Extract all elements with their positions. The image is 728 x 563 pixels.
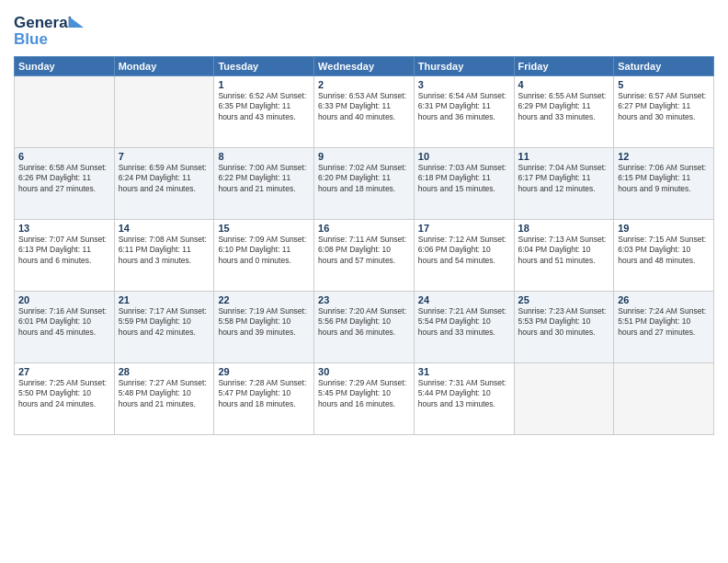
day-info: Sunrise: 7:11 AM Sunset: 6:08 PM Dayligh… — [318, 235, 410, 266]
logo: General Blue — [14, 9, 87, 51]
calendar-cell: 18Sunrise: 7:13 AM Sunset: 6:04 PM Dayli… — [514, 220, 614, 292]
day-number: 1 — [218, 79, 310, 90]
day-info: Sunrise: 7:27 AM Sunset: 5:48 PM Dayligh… — [119, 378, 210, 409]
day-number: 18 — [518, 223, 610, 234]
calendar-cell: 17Sunrise: 7:12 AM Sunset: 6:06 PM Dayli… — [414, 220, 514, 292]
day-info: Sunrise: 7:23 AM Sunset: 5:53 PM Dayligh… — [518, 306, 610, 338]
day-number: 5 — [618, 79, 710, 90]
svg-text:Blue: Blue — [14, 30, 48, 48]
logo-svg: General Blue — [14, 9, 87, 51]
day-info: Sunrise: 7:24 AM Sunset: 5:51 PM Dayligh… — [618, 306, 710, 338]
day-number: 4 — [518, 79, 610, 90]
day-number: 19 — [618, 223, 710, 234]
weekday-wednesday: Wednesday — [314, 57, 415, 76]
day-info: Sunrise: 6:59 AM Sunset: 6:24 PM Dayligh… — [119, 163, 210, 194]
calendar-cell: 20Sunrise: 7:16 AM Sunset: 6:01 PM Dayli… — [15, 292, 115, 363]
calendar-cell: 12Sunrise: 7:06 AM Sunset: 6:15 PM Dayli… — [614, 148, 714, 220]
day-number: 26 — [618, 294, 710, 305]
day-info: Sunrise: 7:03 AM Sunset: 6:18 PM Dayligh… — [418, 163, 510, 194]
day-info: Sunrise: 7:29 AM Sunset: 5:45 PM Dayligh… — [318, 378, 410, 409]
day-number: 8 — [218, 151, 310, 162]
calendar-cell: 19Sunrise: 7:15 AM Sunset: 6:03 PM Dayli… — [614, 220, 714, 292]
day-number: 6 — [18, 151, 110, 162]
calendar-week-4: 20Sunrise: 7:16 AM Sunset: 6:01 PM Dayli… — [15, 292, 714, 363]
day-info: Sunrise: 7:08 AM Sunset: 6:11 PM Dayligh… — [119, 235, 210, 266]
calendar-cell: 29Sunrise: 7:28 AM Sunset: 5:47 PM Dayli… — [214, 363, 314, 435]
day-number: 22 — [218, 294, 310, 305]
calendar-week-3: 13Sunrise: 7:07 AM Sunset: 6:13 PM Dayli… — [15, 220, 714, 292]
main-container: General Blue SundayMondayTuesdayWednesda… — [0, 0, 728, 440]
day-info: Sunrise: 7:04 AM Sunset: 6:17 PM Dayligh… — [518, 163, 610, 194]
calendar-cell — [514, 363, 614, 435]
day-info: Sunrise: 7:12 AM Sunset: 6:06 PM Dayligh… — [418, 235, 510, 266]
weekday-tuesday: Tuesday — [214, 57, 314, 76]
calendar-cell: 15Sunrise: 7:09 AM Sunset: 6:10 PM Dayli… — [214, 220, 314, 292]
day-info: Sunrise: 7:25 AM Sunset: 5:50 PM Dayligh… — [18, 378, 110, 409]
calendar-cell: 24Sunrise: 7:21 AM Sunset: 5:54 PM Dayli… — [414, 292, 514, 363]
day-number: 2 — [318, 79, 410, 90]
calendar-week-1: 1Sunrise: 6:52 AM Sunset: 6:35 PM Daylig… — [15, 76, 714, 148]
day-number: 31 — [418, 366, 510, 377]
day-info: Sunrise: 7:17 AM Sunset: 5:59 PM Dayligh… — [119, 306, 210, 338]
calendar-cell: 8Sunrise: 7:00 AM Sunset: 6:22 PM Daylig… — [214, 148, 314, 220]
calendar-cell: 5Sunrise: 6:57 AM Sunset: 6:27 PM Daylig… — [614, 76, 714, 148]
calendar-cell: 1Sunrise: 6:52 AM Sunset: 6:35 PM Daylig… — [214, 76, 314, 148]
day-number: 30 — [318, 366, 410, 377]
calendar-cell — [614, 363, 714, 435]
calendar-cell: 14Sunrise: 7:08 AM Sunset: 6:11 PM Dayli… — [114, 220, 214, 292]
calendar-table: SundayMondayTuesdayWednesdayThursdayFrid… — [14, 56, 714, 435]
day-number: 29 — [218, 366, 310, 377]
day-number: 10 — [418, 151, 510, 162]
day-info: Sunrise: 7:20 AM Sunset: 5:56 PM Dayligh… — [318, 306, 410, 338]
day-number: 28 — [119, 366, 210, 377]
header: General Blue — [14, 9, 714, 51]
calendar-cell: 10Sunrise: 7:03 AM Sunset: 6:18 PM Dayli… — [414, 148, 514, 220]
calendar-cell: 3Sunrise: 6:54 AM Sunset: 6:31 PM Daylig… — [414, 76, 514, 148]
day-info: Sunrise: 7:31 AM Sunset: 5:44 PM Dayligh… — [418, 378, 510, 409]
day-number: 16 — [318, 223, 410, 234]
day-info: Sunrise: 6:58 AM Sunset: 6:26 PM Dayligh… — [18, 163, 110, 194]
day-number: 9 — [318, 151, 410, 162]
calendar-cell: 9Sunrise: 7:02 AM Sunset: 6:20 PM Daylig… — [314, 148, 415, 220]
weekday-header-row: SundayMondayTuesdayWednesdayThursdayFrid… — [15, 57, 714, 76]
calendar-cell: 6Sunrise: 6:58 AM Sunset: 6:26 PM Daylig… — [15, 148, 115, 220]
day-number: 21 — [119, 294, 210, 305]
calendar-cell: 22Sunrise: 7:19 AM Sunset: 5:58 PM Dayli… — [214, 292, 314, 363]
calendar-cell: 21Sunrise: 7:17 AM Sunset: 5:59 PM Dayli… — [114, 292, 214, 363]
calendar-cell: 25Sunrise: 7:23 AM Sunset: 5:53 PM Dayli… — [514, 292, 614, 363]
calendar-week-5: 27Sunrise: 7:25 AM Sunset: 5:50 PM Dayli… — [15, 363, 714, 435]
weekday-saturday: Saturday — [614, 57, 714, 76]
day-info: Sunrise: 6:54 AM Sunset: 6:31 PM Dayligh… — [418, 91, 510, 122]
day-info: Sunrise: 7:19 AM Sunset: 5:58 PM Dayligh… — [218, 306, 310, 338]
day-number: 20 — [18, 294, 110, 305]
day-number: 15 — [218, 223, 310, 234]
weekday-thursday: Thursday — [414, 57, 514, 76]
day-info: Sunrise: 7:06 AM Sunset: 6:15 PM Dayligh… — [618, 163, 710, 194]
calendar-cell — [114, 76, 214, 148]
day-number: 23 — [318, 294, 410, 305]
calendar-cell: 31Sunrise: 7:31 AM Sunset: 5:44 PM Dayli… — [414, 363, 514, 435]
day-info: Sunrise: 7:13 AM Sunset: 6:04 PM Dayligh… — [518, 235, 610, 266]
day-info: Sunrise: 6:57 AM Sunset: 6:27 PM Dayligh… — [618, 91, 710, 122]
day-number: 24 — [418, 294, 510, 305]
day-info: Sunrise: 7:28 AM Sunset: 5:47 PM Dayligh… — [218, 378, 310, 409]
day-info: Sunrise: 6:53 AM Sunset: 6:33 PM Dayligh… — [318, 91, 410, 122]
day-info: Sunrise: 6:52 AM Sunset: 6:35 PM Dayligh… — [218, 91, 310, 122]
day-info: Sunrise: 7:07 AM Sunset: 6:13 PM Dayligh… — [18, 235, 110, 266]
calendar-cell: 16Sunrise: 7:11 AM Sunset: 6:08 PM Dayli… — [314, 220, 415, 292]
day-number: 14 — [119, 223, 210, 234]
day-number: 12 — [618, 151, 710, 162]
calendar-cell: 2Sunrise: 6:53 AM Sunset: 6:33 PM Daylig… — [314, 76, 415, 148]
weekday-friday: Friday — [514, 57, 614, 76]
calendar-cell: 4Sunrise: 6:55 AM Sunset: 6:29 PM Daylig… — [514, 76, 614, 148]
day-info: Sunrise: 7:00 AM Sunset: 6:22 PM Dayligh… — [218, 163, 310, 194]
calendar-cell: 23Sunrise: 7:20 AM Sunset: 5:56 PM Dayli… — [314, 292, 415, 363]
svg-text:General: General — [14, 14, 72, 31]
day-number: 27 — [18, 366, 110, 377]
day-number: 17 — [418, 223, 510, 234]
day-number: 11 — [518, 151, 610, 162]
day-number: 3 — [418, 79, 510, 90]
day-info: Sunrise: 6:55 AM Sunset: 6:29 PM Dayligh… — [518, 91, 610, 122]
calendar-cell: 26Sunrise: 7:24 AM Sunset: 5:51 PM Dayli… — [614, 292, 714, 363]
day-info: Sunrise: 7:21 AM Sunset: 5:54 PM Dayligh… — [418, 306, 510, 338]
